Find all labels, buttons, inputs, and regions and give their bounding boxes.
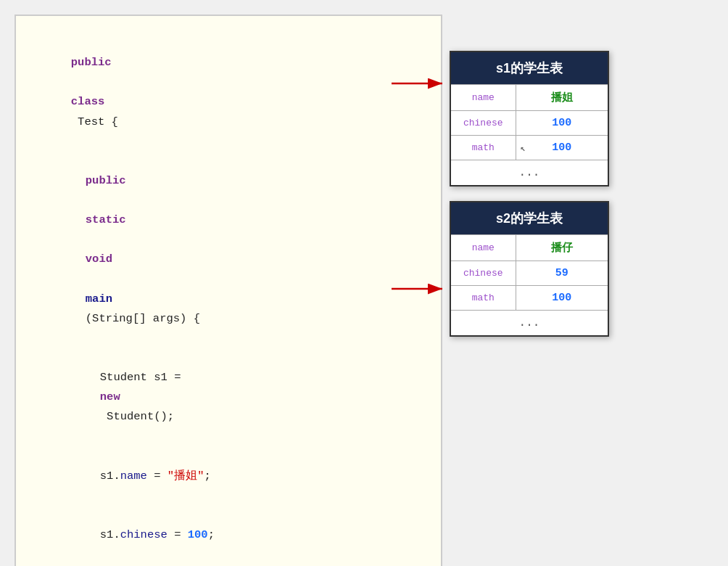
cell-math-val-2: 100: [516, 286, 608, 311]
cell-math-key-1: math: [450, 136, 516, 160]
keyword-public2: public: [86, 174, 126, 187]
arrow-s2: [392, 274, 450, 303]
table-row: math 100: [450, 286, 608, 311]
cell-name-key-1: name: [450, 85, 516, 111]
cell-name-key-2: name: [450, 235, 516, 261]
field-name-1: name: [120, 469, 147, 483]
main-container: public class Test { public static void m…: [0, 0, 728, 566]
table-row: name 播姐: [450, 85, 608, 111]
field-chinese-1: chinese: [120, 528, 167, 541]
table-row: name 播仔: [450, 235, 608, 261]
table-row: ...: [450, 311, 608, 337]
code-line-1: public class Test {: [30, 33, 426, 152]
cell-chinese-val-2: 59: [516, 261, 608, 286]
cell-chinese-key-2: chinese: [450, 261, 516, 286]
table-s2: s2的学生表 name 播仔 chinese 59 math 100: [450, 201, 609, 337]
cell-dots-2: ...: [450, 311, 608, 337]
cell-chinese-val-1: 100: [516, 111, 608, 136]
keyword-static: static: [86, 213, 126, 226]
code-line-4: s1.name = "播姐";: [30, 447, 426, 506]
code-line-2: public static void main (String[] args) …: [30, 152, 426, 348]
table-s2-header: s2的学生表: [450, 202, 608, 235]
method-main: main: [86, 292, 112, 305]
code-line-5: s1.chinese = 100;: [30, 506, 426, 565]
code-panel: public class Test { public static void m…: [15, 15, 442, 566]
cursor-icon: ↖: [521, 142, 526, 153]
cell-dots-1: ...: [450, 160, 608, 186]
table-s1: s1的学生表 name 播姐 chinese 100 math: [450, 51, 609, 186]
cell-chinese-key-1: chinese: [450, 111, 516, 136]
table-row: chinese 100: [450, 111, 608, 136]
arrow-s1: [392, 69, 450, 98]
keyword-public: public: [71, 56, 112, 69]
cell-name-val-2: 播仔: [516, 235, 608, 261]
table-s1-header: s1的学生表: [450, 52, 608, 85]
cell-math-val-1: ↖ 100: [516, 136, 608, 160]
code-line-3: Student s1 = new Student();: [30, 348, 426, 447]
cell-name-val-1: 播姐: [516, 85, 608, 111]
cell-math-key-2: math: [450, 286, 516, 311]
num-val-1: 100: [188, 528, 208, 541]
str-val-1: "播姐": [167, 469, 204, 483]
table-row: chinese 59: [450, 261, 608, 286]
keyword-new-1: new: [100, 390, 120, 403]
keyword-void: void: [86, 253, 112, 266]
table-row: math ↖ 100: [450, 136, 608, 160]
table-row: ...: [450, 160, 608, 186]
keyword-class: class: [71, 95, 105, 108]
